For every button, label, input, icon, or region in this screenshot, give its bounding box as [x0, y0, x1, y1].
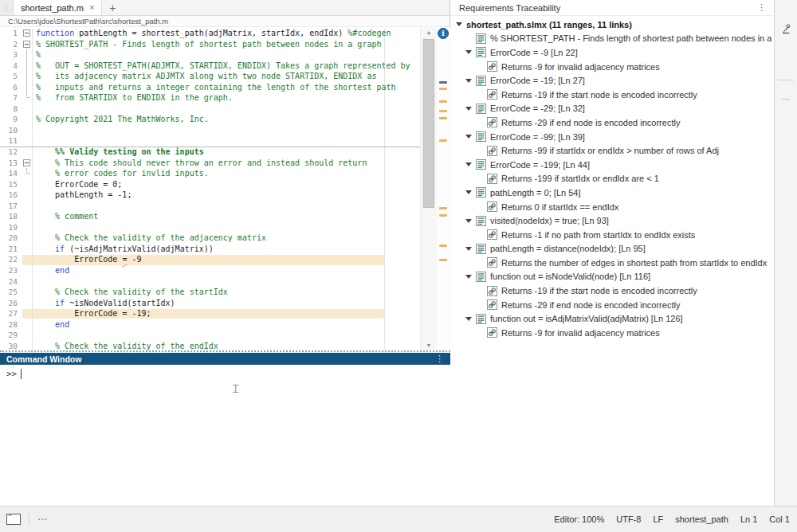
link-item[interactable]: Returns -9 for invalid adjacency matrice… [451, 60, 774, 74]
range-item[interactable]: ErrorCode = -199; [Ln 44] [451, 158, 774, 172]
line-number[interactable]: 24 [0, 276, 21, 288]
link-marker[interactable] [439, 117, 447, 119]
chevron-down-icon[interactable] [465, 79, 472, 83]
fold-column[interactable] [21, 276, 33, 288]
line-number[interactable]: 19 [0, 222, 21, 233]
code-line-13[interactable]: 13 % This code should never throw an err… [0, 158, 450, 169]
fold-column[interactable] [21, 319, 33, 331]
code-line-20[interactable]: 20 % Check the validity of the adjacency… [0, 233, 450, 244]
fold-column[interactable] [21, 104, 33, 115]
line-number[interactable]: 14 [0, 168, 21, 179]
fold-column[interactable] [21, 233, 33, 244]
fold-column[interactable] [21, 114, 33, 125]
code-line-27[interactable]: 27 ErrorCode = -19; [0, 308, 450, 319]
range-item[interactable]: ErrorCode = -19; [Ln 27] [451, 73, 774, 88]
range-item[interactable]: visited(nodeIdx) = true; [Ln 93] [451, 213, 774, 228]
command-window-header[interactable]: Command Window ⋮ [0, 353, 450, 365]
link-marker[interactable] [439, 207, 447, 209]
line-number[interactable]: 27 [0, 308, 21, 319]
line-number[interactable]: 18 [0, 211, 21, 222]
code-line-11[interactable]: 11 [0, 135, 450, 147]
toolbar-overflow-icon[interactable]: ⋯ [775, 94, 797, 104]
line-number[interactable]: 2 [0, 39, 21, 50]
line-number[interactable]: 6 [0, 82, 21, 93]
link-marker[interactable] [439, 259, 447, 261]
fold-column[interactable] [21, 308, 33, 319]
fold-column[interactable] [21, 254, 33, 265]
range-item[interactable]: ErrorCode = -29; [Ln 32] [451, 102, 774, 116]
line-number[interactable]: 21 [0, 244, 21, 255]
fold-column[interactable] [21, 201, 33, 212]
fold-column[interactable] [21, 341, 33, 350]
line-number[interactable]: 3 [0, 49, 21, 61]
fold-column[interactable] [21, 71, 33, 82]
line-number[interactable]: 11 [0, 135, 21, 147]
line-number[interactable]: 13 [0, 158, 21, 169]
line-number[interactable]: 22 [0, 254, 21, 265]
line-number[interactable]: 15 [0, 179, 21, 190]
requirements-menu-icon[interactable]: ⋮ [757, 2, 766, 13]
link-item[interactable]: Returns the number of edges in shortest … [451, 256, 774, 270]
chevron-down-icon[interactable] [465, 50, 472, 54]
fold-column[interactable] [21, 222, 33, 233]
chevron-down-icon[interactable] [465, 107, 472, 111]
line-number[interactable]: 20 [0, 233, 21, 244]
line-number[interactable]: 5 [0, 71, 21, 82]
link-item[interactable]: Returns -1 if no path from startIdx to e… [451, 228, 774, 242]
code-line-17[interactable]: 17 [0, 201, 450, 212]
link-marker[interactable] [439, 100, 447, 103]
fold-collapse-icon[interactable] [23, 29, 30, 37]
link-marker[interactable] [439, 214, 447, 217]
code-line-19[interactable]: 19 [0, 222, 450, 233]
code-line-2[interactable]: 2% SHORTEST_PATH - Finds length of short… [0, 39, 450, 50]
fold-column[interactable] [21, 147, 33, 158]
code-line-25[interactable]: 25 % Check the validity of the startIdx [0, 287, 450, 298]
code-line-9[interactable]: 9% Copyright 2021 The MathWorks, Inc. [0, 114, 450, 125]
scroll-down-icon[interactable]: ▼ [421, 341, 437, 350]
line-number[interactable]: 7 [0, 92, 21, 104]
code-line-29[interactable]: 29 [0, 330, 450, 341]
fold-column[interactable] [21, 168, 33, 179]
fold-column[interactable] [21, 135, 33, 147]
code-line-24[interactable]: 24 [0, 276, 450, 288]
link-marker[interactable] [439, 88, 447, 90]
fold-column[interactable] [21, 158, 33, 169]
editor-vertical-scrollbar[interactable]: ▲ ▼ [420, 28, 437, 350]
chevron-down-icon[interactable] [465, 317, 472, 321]
line-number[interactable]: 23 [0, 265, 21, 276]
line-number[interactable]: 4 [0, 61, 21, 72]
scrollbar-thumb[interactable] [423, 39, 434, 208]
code-line-30[interactable]: 30 % Check the validity of the endIdx [0, 341, 450, 350]
link-marker[interactable] [439, 139, 447, 142]
code-line-10[interactable]: 10 [0, 125, 450, 136]
line-number[interactable]: 10 [0, 125, 21, 136]
range-item[interactable]: pathLength = 0; [Ln 54] [451, 186, 774, 200]
code-line-18[interactable]: 18 % comment [0, 211, 450, 222]
message-indicator-bar[interactable]: i [437, 28, 450, 350]
link-item[interactable]: Returns -199 if startIdx or endIdx are <… [451, 172, 774, 186]
link-marker[interactable] [439, 244, 447, 247]
range-item[interactable]: pathLength = distance(nodeIdx); [Ln 95] [451, 242, 774, 256]
command-window[interactable]: >> [0, 365, 450, 506]
fold-column[interactable] [21, 61, 33, 72]
fold-column[interactable] [21, 39, 33, 50]
chevron-down-icon[interactable] [465, 190, 472, 194]
code-editor[interactable]: 1function pathLength = shortest_path(adj… [0, 28, 450, 350]
code-line-22[interactable]: 22 ErrorCode = -9 [0, 254, 450, 265]
chevron-down-icon[interactable] [465, 275, 472, 279]
fold-column[interactable] [21, 49, 33, 61]
scroll-up-icon[interactable]: ▲ [421, 28, 437, 37]
code-line-16[interactable]: 16 pathLength = -1; [0, 190, 450, 201]
line-number[interactable]: 12 [0, 147, 21, 158]
code-line-14[interactable]: 14 % error codes for invlid inputs. [0, 168, 450, 179]
tab-shortest-path[interactable]: shortest_path.m × [14, 0, 102, 15]
line-number[interactable]: 26 [0, 298, 21, 309]
chevron-down-icon[interactable] [465, 219, 472, 223]
chevron-down-icon[interactable] [456, 22, 462, 26]
code-line-15[interactable]: 15 ErrorCode = 0; [0, 179, 450, 190]
fold-column[interactable] [21, 82, 33, 93]
fold-column[interactable] [21, 330, 33, 341]
fold-column[interactable] [21, 28, 33, 39]
line-number[interactable]: 29 [0, 330, 21, 341]
link-item[interactable]: Returns -19 if the start node is encoded… [451, 284, 774, 298]
